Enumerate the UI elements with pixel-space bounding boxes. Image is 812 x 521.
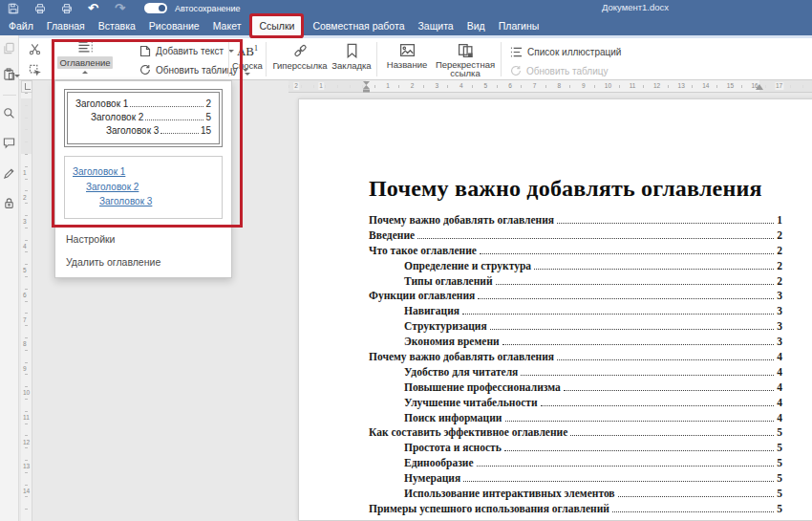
footnote-button[interactable]: AB1 Сноска <box>232 42 263 76</box>
undo-icon[interactable]: ↶ <box>87 2 99 14</box>
horizontal-ruler: 211234567891011121314151617 <box>288 80 812 93</box>
update-figures-table-label: Обновить таблицу <box>526 66 609 76</box>
toc-row: Примеры успешного использования оглавлен… <box>369 503 782 518</box>
cross-reference-label: Перекрестнаяссылка <box>436 60 495 77</box>
toolbar-divider <box>228 42 229 76</box>
left-margin-zone <box>288 80 366 92</box>
bookmark-button[interactable]: Закладка <box>331 43 373 71</box>
toc-row: Экономия времени3 <box>369 336 782 351</box>
toc-collapse-caret <box>82 71 88 74</box>
ribbon-tabs: ФайлГлавнаяВставкаРисованиеМакетСсылкиСо… <box>0 16 812 35</box>
toc-row: Введение2 <box>369 229 782 245</box>
bookmark-icon <box>346 43 358 58</box>
select-icon[interactable] <box>29 63 42 76</box>
toc-link-entry: Заголовок 1 <box>73 164 214 180</box>
toc-row: Почему важно добавлять оглавления1 <box>369 214 782 229</box>
tab-layout[interactable]: Макет <box>206 17 248 34</box>
cut-icon[interactable] <box>29 42 42 55</box>
toc-row: Улучшение читабельности4 <box>369 397 782 412</box>
toolbar-divider <box>376 42 377 76</box>
paste-icon[interactable] <box>3 67 16 80</box>
autosave-toggle[interactable] <box>144 3 167 13</box>
toggle-knob <box>159 5 165 11</box>
toc-link-entry: Заголовок 2 <box>73 180 214 195</box>
references-ribbon-toolbar: Оглавление Добавить текст Обновить табли… <box>19 35 812 80</box>
indent-marker[interactable] <box>362 81 371 93</box>
figure-list-button[interactable]: Список иллюстраций <box>510 46 621 58</box>
autosave-label: Автосохранение <box>175 4 241 13</box>
toc-row: Поиск информации4 <box>369 412 782 427</box>
document-title: Документ1.docx <box>559 2 712 12</box>
toc-dropdown-panel: Заголовок 12Заголовок 25Заголовок 315 За… <box>54 80 232 278</box>
document-page[interactable]: Почему важно добавлять оглавления Почему… <box>298 98 812 521</box>
copy-icon[interactable] <box>3 41 16 54</box>
search-icon[interactable] <box>3 106 16 119</box>
title-bar: ↶ ↷ Автосохранение Документ1.docx ФайлГл… <box>0 0 812 35</box>
document-heading: Почему важно добавлять оглавления <box>369 176 782 202</box>
toc-preview-entry: Заголовок 315 <box>75 124 211 138</box>
tab-home[interactable]: Главная <box>40 17 92 34</box>
toc-row: Простота и ясность5 <box>369 442 782 457</box>
toc-style-numbered[interactable]: Заголовок 12Заголовок 25Заголовок 315 <box>64 89 223 147</box>
toolbar-divider <box>266 42 267 76</box>
add-text-button[interactable]: Добавить текст <box>139 45 234 57</box>
right-indent-marker[interactable] <box>756 84 763 90</box>
toc-link-entry: Заголовок 3 <box>73 194 214 209</box>
toc-row: Структуризация3 <box>369 320 782 336</box>
quick-access-toolbar: ↶ ↷ Автосохранение Документ1.docx <box>0 0 812 16</box>
cross-reference-icon <box>458 43 474 58</box>
toc-row: Удобство для читателя4 <box>369 366 782 381</box>
toc-preview-entry: Заголовок 25 <box>75 111 211 124</box>
hyperlink-button[interactable]: Гиперссылка <box>271 43 329 71</box>
app-window: ↶ ↷ Автосохранение Документ1.docx ФайлГл… <box>0 0 812 521</box>
toc-row: Использование интерактивных элементов5 <box>369 488 782 503</box>
quick-print-icon[interactable] <box>60 2 73 14</box>
hyperlink-label: Гиперссылка <box>272 60 327 71</box>
left-sidebar <box>0 35 19 521</box>
tab-plugins[interactable]: Плагины <box>492 17 546 34</box>
review-pen-icon[interactable] <box>3 166 16 180</box>
hyperlink-chain-icon <box>292 43 309 58</box>
ruler-corner <box>21 80 32 93</box>
sidebar-divider <box>3 95 16 96</box>
add-text-label: Добавить текст <box>156 46 224 56</box>
toc-icon <box>77 40 94 54</box>
paste-dropdown-caret[interactable] <box>14 75 20 77</box>
caption-button[interactable]: Название <box>382 43 432 70</box>
footnote-ab-glyph: AB1 <box>237 42 258 58</box>
table-of-contents-button[interactable]: Оглавление <box>57 40 113 79</box>
toc-row: Единообразие5 <box>369 457 782 472</box>
toc-row: Как составить эффективное оглавление5 <box>369 426 782 442</box>
footnote-caret <box>245 73 250 76</box>
toc-menu-settings[interactable]: Настройки <box>55 228 231 250</box>
lock-icon[interactable] <box>3 196 16 209</box>
tab-draw[interactable]: Рисование <box>142 17 206 34</box>
tab-file[interactable]: Файл <box>2 17 40 34</box>
toc-row: Определение и структура2 <box>369 260 782 275</box>
tab-protection[interactable]: Защита <box>411 17 459 34</box>
bookmark-label: Закладка <box>331 60 371 71</box>
tab-insert[interactable]: Вставка <box>92 17 142 34</box>
save-icon[interactable] <box>7 2 19 14</box>
footnote-label: Сноска <box>232 60 263 71</box>
refresh-icon <box>510 65 522 76</box>
comments-icon[interactable] <box>3 136 16 149</box>
toc-row: Что такое оглавление2 <box>369 245 782 260</box>
tab-collaboration[interactable]: Совместная работа <box>306 17 411 34</box>
redo-icon[interactable]: ↷ <box>114 2 126 14</box>
toolbar-divider <box>501 42 502 76</box>
toc-menu-remove-toc[interactable]: Удалить оглавление <box>55 250 231 273</box>
right-margin-zone <box>759 80 812 92</box>
toc-preview-entry: Заголовок 12 <box>75 98 211 111</box>
tab-view[interactable]: Вид <box>460 17 492 34</box>
toc-style-links[interactable]: Заголовок 1Заголовок 2Заголовок 3 <box>64 156 223 219</box>
print-icon[interactable] <box>33 2 46 14</box>
toc-button-label: Оглавление <box>57 56 113 69</box>
figure-list-label: Список иллюстраций <box>527 47 621 57</box>
toc-row: Нумерация5 <box>369 472 782 488</box>
update-table-label: Обновить таблицу <box>156 65 238 76</box>
figure-list-icon <box>510 46 523 58</box>
update-figures-table-button: Обновить таблицу <box>510 65 609 76</box>
tab-references[interactable]: Ссылки <box>252 16 301 35</box>
cross-reference-button[interactable]: Перекрестнаяссылка <box>434 43 497 77</box>
